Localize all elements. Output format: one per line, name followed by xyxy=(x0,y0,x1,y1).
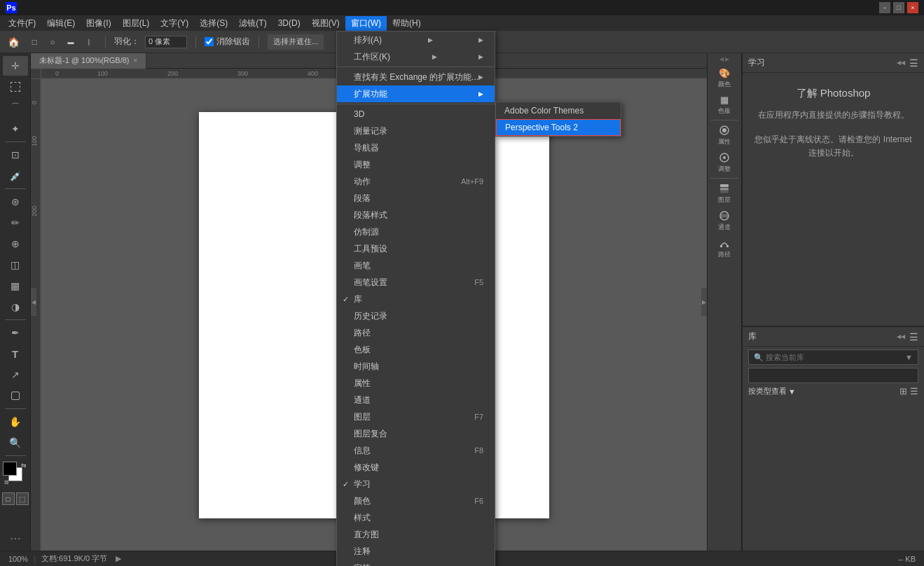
tool-pen[interactable]: ✒ xyxy=(3,323,28,343)
menu-styles[interactable]: 样式 xyxy=(337,509,495,526)
menu-notes[interactable]: 注释 xyxy=(337,543,495,560)
menu-paragraph-styles[interactable]: 段落样式 xyxy=(337,207,495,223)
minimize-button[interactable]: − xyxy=(879,2,890,13)
menu-brush-settings[interactable]: 画笔设置 F5 xyxy=(337,274,495,291)
menu-extensions[interactable]: 扩展功能 ▶ xyxy=(337,85,495,102)
channels-panel-icon[interactable]: 通道 xyxy=(708,207,741,235)
status-doc-arrow[interactable]: ▶ xyxy=(116,554,121,563)
swap-colors-icon[interactable]: ⇆ xyxy=(21,462,27,469)
color-panel-icon[interactable]: 🎨 颜色 xyxy=(708,65,741,92)
menu-file[interactable]: 文件(F) xyxy=(3,16,41,31)
submenu-adobe-color[interactable]: Adobe Color Themes xyxy=(496,102,621,119)
menu-swatches[interactable]: 色板 xyxy=(337,341,495,358)
layers-panel-icon[interactable]: 图层 xyxy=(708,180,741,207)
menu-learn[interactable]: ✓ 学习 xyxy=(337,476,495,492)
menu-tool-presets[interactable]: 工具预设 xyxy=(337,240,495,257)
menu-image[interactable]: 图像(I) xyxy=(81,16,116,31)
quick-mask-btn[interactable]: ⬚ xyxy=(16,492,29,505)
select-subject-btn[interactable]: 选择并遮住... xyxy=(268,34,324,50)
tool-clone[interactable]: ⊕ xyxy=(3,234,28,254)
menu-help[interactable]: 帮助(H) xyxy=(387,16,427,31)
right-collapse-arrow[interactable]: ▶ xyxy=(701,288,707,316)
tool-shape[interactable] xyxy=(3,386,28,406)
tool-eraser[interactable]: ◫ xyxy=(3,255,28,275)
library-scroll-left[interactable]: ◀◀ xyxy=(897,333,905,340)
canvas-tab-close[interactable]: × xyxy=(134,57,138,64)
tool-type[interactable]: T xyxy=(3,344,28,364)
selection-row-btn[interactable]: ▬ xyxy=(63,34,78,50)
library-menu-icon[interactable]: ☰ xyxy=(909,331,918,343)
menu-layers[interactable]: 图层 F7 xyxy=(337,408,495,425)
menu-window[interactable]: 窗口(W) xyxy=(345,16,387,31)
menu-timeline[interactable]: 时间轴 xyxy=(337,358,495,375)
menu-histogram[interactable]: 直方图 xyxy=(337,526,495,543)
menu-select[interactable]: 选择(S) xyxy=(194,16,233,31)
menu-paths[interactable]: 路径 xyxy=(337,324,495,341)
menu-paragraph[interactable]: 段落 xyxy=(337,190,495,207)
menu-3d[interactable]: 3D xyxy=(337,106,495,123)
tool-move[interactable]: ✛ xyxy=(3,56,28,76)
menu-history[interactable]: 历史记录 xyxy=(337,308,495,324)
menu-view[interactable]: 视图(V) xyxy=(306,16,345,31)
menu-info[interactable]: 信息 F8 xyxy=(337,442,495,459)
more-tools-btn[interactable]: ⋯ xyxy=(7,529,24,548)
canvas-tab[interactable]: 未标题-1 @ 100%(RGB/8) × xyxy=(31,53,146,69)
properties-panel-icon[interactable]: 属性 xyxy=(708,122,741,149)
menu-color[interactable]: 颜色 F6 xyxy=(337,492,495,509)
menu-filter[interactable]: 滤镜(T) xyxy=(233,16,272,31)
menu-navigator[interactable]: 导航器 xyxy=(337,139,495,156)
menu-exchange[interactable]: 查找有关 Exchange 的扩展功能... ▶ xyxy=(337,69,495,85)
learn-scroll-left[interactable]: ◀◀ xyxy=(897,60,905,66)
tool-lasso[interactable]: ⌒ xyxy=(3,98,28,118)
swatches-panel-icon[interactable]: ▦ 色板 xyxy=(708,92,741,118)
menu-channels[interactable]: 通道 xyxy=(337,392,495,408)
menu-actions[interactable]: 动作 Alt+F9 xyxy=(337,173,495,190)
menu-layer-comps[interactable]: 图层复合 xyxy=(337,425,495,442)
menu-text[interactable]: 文字(Y) xyxy=(155,16,194,31)
feather-input[interactable] xyxy=(145,36,187,48)
tool-path-select[interactable]: ↗ xyxy=(3,365,28,385)
tool-eyedropper[interactable]: 💉 xyxy=(3,166,28,186)
left-collapse-arrow[interactable]: ◀ xyxy=(31,288,36,316)
menu-characters[interactable]: 字符 xyxy=(337,560,495,566)
menu-edit[interactable]: 编辑(E) xyxy=(41,16,81,31)
menu-brushes[interactable]: 画笔 xyxy=(337,257,495,274)
learn-panel-menu-icon[interactable]: ☰ xyxy=(909,57,918,69)
menu-workspace[interactable]: 工作区(K) ▶ xyxy=(337,48,495,65)
smooth-edges-check[interactable]: 消除锯齿 xyxy=(205,36,250,48)
tool-hand[interactable]: ✋ xyxy=(3,412,28,432)
menu-layer[interactable]: 图层(L) xyxy=(117,16,156,31)
tool-rectangle-select[interactable] xyxy=(3,77,28,97)
menu-keyboard[interactable]: 修改键 xyxy=(337,459,495,476)
tool-dodge[interactable]: ◑ xyxy=(3,297,28,317)
tool-gradient[interactable]: ▦ xyxy=(3,276,28,296)
menu-clone-source[interactable]: 仿制源 xyxy=(337,223,495,240)
library-search-input[interactable] xyxy=(748,350,918,365)
library-search-dropdown-icon[interactable]: ▼ xyxy=(905,353,913,361)
selection-marquee-btn[interactable]: □ xyxy=(27,34,42,50)
panel-strip-top-arrow[interactable]: ◀ ▶ xyxy=(708,56,741,62)
home-button[interactable]: 🏠 xyxy=(6,34,21,50)
selection-circle-btn[interactable]: ○ xyxy=(45,34,60,50)
reset-colors-icon[interactable]: ⊠ xyxy=(4,479,9,485)
standard-mode-btn[interactable]: □ xyxy=(2,492,15,505)
tool-spot-heal[interactable]: ⊛ xyxy=(3,192,28,212)
library-grid-view-btn[interactable]: ⊞ xyxy=(899,386,907,396)
tool-crop[interactable]: ⊡ xyxy=(3,145,28,165)
tool-brush[interactable]: ✏ xyxy=(3,213,28,233)
menu-library[interactable]: ✓ 库 xyxy=(337,291,495,308)
tool-magic-wand[interactable]: ✦ xyxy=(3,119,28,139)
menu-properties[interactable]: 属性 xyxy=(337,375,495,392)
library-type-filter[interactable]: 按类型查看 ▼ xyxy=(748,386,796,396)
close-button[interactable]: × xyxy=(907,2,918,13)
menu-measurement[interactable]: 测量记录 xyxy=(337,123,495,139)
maximize-button[interactable]: □ xyxy=(893,2,904,13)
menu-3d[interactable]: 3D(D) xyxy=(273,17,306,29)
smooth-edges-checkbox[interactable] xyxy=(205,37,214,46)
selection-col-btn[interactable]: | xyxy=(81,34,97,50)
foreground-color-swatch[interactable] xyxy=(3,462,17,476)
paths-panel-icon[interactable]: 路径 xyxy=(708,235,741,262)
library-list-view-btn[interactable]: ☰ xyxy=(910,386,918,396)
tool-zoom[interactable]: 🔍 xyxy=(3,433,28,453)
submenu-perspective-tools[interactable]: Perspective Tools 2 xyxy=(496,119,621,136)
